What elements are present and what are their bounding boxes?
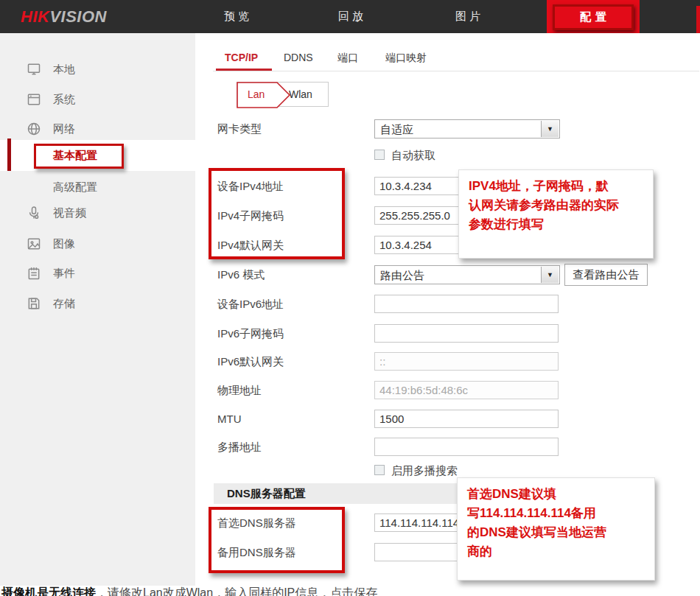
sidebar-item-label: 网络 [53,122,75,136]
multicast-discovery-checkbox[interactable] [374,465,385,475]
dhcp-checkbox[interactable] [374,150,385,160]
sidebar-item-image[interactable]: 图像 [0,235,195,257]
footer-note: 摄像机是无线连接，请修改Lan改成Wlan，输入同样的IP信息，点击保存 [1,586,377,596]
tab-divider [213,71,699,71]
sidebar-item-system[interactable]: 系统 [0,91,195,113]
ipv6-mode-select[interactable]: 路由公告 ▼ [374,265,560,284]
hikvision-config-page: HIKVISION 预览 回放 图片 配置 本地 系统 [0,0,700,596]
hikvision-logo: HIKVISION [21,7,107,27]
nav-config-active-bg: 配置 [547,0,640,33]
ipv6-gateway-label: IPv6默认网关 [217,355,284,369]
footer-note-bold: 摄像机是无线连接 [1,586,96,596]
dhcp-label: 自动获取 [391,149,435,163]
multicast-address-label: 多播地址 [217,441,262,455]
sidebar-item-label: 视音频 [53,206,86,220]
ipv6-gateway-input [374,352,559,371]
nic-type-value: 自适应 [380,123,413,137]
sidebar-active-accent-bar [7,139,11,171]
nic-type-label: 网卡类型 [217,122,262,136]
sidebar-item-storage[interactable]: 存储 [0,295,195,317]
mac-address-label: 物理地址 [217,384,262,398]
logo-hik: HIK [21,7,49,26]
annotation-box-config: 配置 [553,4,634,30]
ipv6-mask-label: IPv6子网掩码 [217,327,284,341]
system-icon [27,92,41,107]
sidebar: 本地 系统 网络 基本配置 高级配置 视音频 [0,33,195,586]
multicast-address-input[interactable] [374,438,559,456]
tab-ddns[interactable]: DDNS [284,52,313,63]
sidebar-item-basic-config[interactable]: 基本配置 [53,149,97,163]
annotation-callout-ipv4: IPV4地址，子网掩码，默 认网关请参考路由器的实际 参数进行填写 [458,169,654,259]
sidebar-item-label: 高级配置 [53,180,97,194]
annotation-box-dns-labels [209,507,345,573]
sidebar-item-event[interactable]: 事件 [0,264,195,287]
mtu-label: MTU [217,413,242,425]
nav-config[interactable]: 配置 [575,10,611,24]
nav-preview[interactable]: 预览 [212,10,264,24]
subtab-lan[interactable]: Lan [248,88,265,100]
storage-floppy-icon [27,296,41,311]
top-bar: HIKVISION 预览 回放 图片 配置 [0,0,700,33]
mtu-input[interactable] [374,410,559,428]
ipv6-address-label: 设备IPv6地址 [217,298,284,312]
annotation-edge-fragment [696,6,700,33]
sidebar-item-audio-video[interactable]: 视音频 [0,204,195,226]
sidebar-item-label: 本地 [53,63,75,77]
multicast-discovery-label: 启用多播搜索 [391,464,458,478]
nic-type-select[interactable]: 自适应 ▼ [374,119,560,139]
sidebar-item-label: 存储 [53,297,75,311]
sidebar-item-local[interactable]: 本地 [0,60,195,83]
ipv6-address-input[interactable] [374,295,559,313]
view-router-advert-button[interactable]: 查看路由公告 [564,264,648,286]
callout-line: 认网关请参考路由器的实际 [469,196,643,215]
callout-line: 商的 [467,542,645,561]
active-tab-underline [216,69,272,71]
chevron-down-icon[interactable]: ▼ [541,121,559,137]
ipv6-mode-value: 路由公告 [380,269,424,283]
chevron-down-icon[interactable]: ▼ [541,267,559,283]
callout-line: IPV4地址，子网掩码，默 [469,177,643,196]
callout-line: 的DNS建议填写当地运营 [467,523,645,542]
sidebar-item-advanced-config[interactable]: 高级配置 [0,178,195,200]
logo-vision: VISION [49,7,107,26]
tab-tcpip[interactable]: TCP/IP [225,52,258,63]
nav-picture[interactable]: 图片 [444,10,495,24]
tab-port[interactable]: 端口 [337,52,358,65]
sidebar-item-label: 图像 [53,237,75,251]
event-icon [27,266,41,281]
subtab-wlan[interactable]: Wlan [289,88,312,100]
network-globe-icon [27,122,41,136]
callout-line: 参数进行填写 [469,215,643,234]
lan-wlan-tabstrip: Lan Wlan [237,82,329,107]
image-icon [27,236,41,251]
sidebar-item-label: 系统 [53,93,75,107]
audio-video-icon [27,206,41,220]
monitor-icon [27,62,41,77]
sidebar-item-label: 事件 [53,267,75,281]
callout-line: 首选DNS建议填 [467,485,645,504]
sidebar-item-network[interactable]: 网络 [0,120,195,142]
tab-port-mapping[interactable]: 端口映射 [385,52,427,65]
footer-note-rest: ，请修改Lan改成Wlan，输入同样的IP信息，点击保存 [96,586,377,596]
callout-line: 写114.114.114.114备用 [467,504,645,523]
annotation-callout-dns: 首选DNS建议填 写114.114.114.114备用 的DNS建议填写当地运营… [457,477,655,581]
nav-playback[interactable]: 回放 [326,10,378,24]
ipv6-mode-label: IPv6 模式 [217,268,265,282]
annotation-box-ipv4-labels [209,168,345,259]
dns-section-title: DNS服务器配置 [227,487,306,501]
mac-address-input [374,381,559,399]
ipv6-mask-input[interactable] [374,324,559,343]
